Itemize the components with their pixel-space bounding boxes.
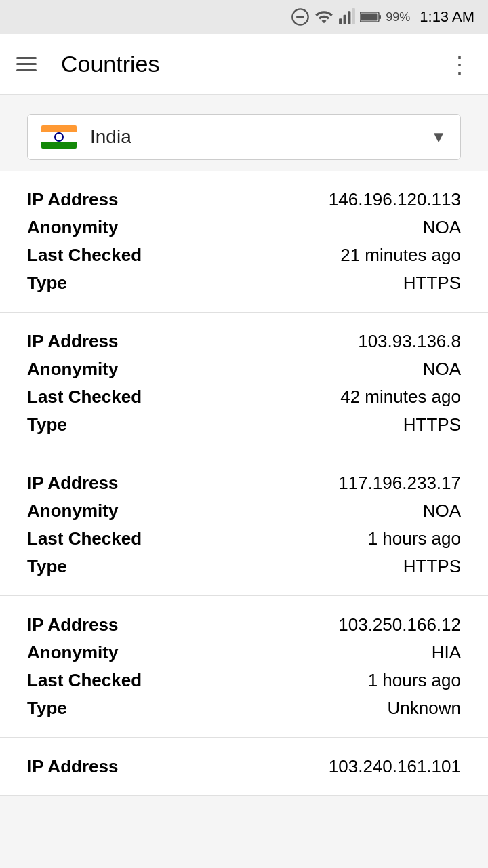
checked-label: Last Checked	[27, 670, 142, 691]
overflow-menu-icon[interactable]: ⋮	[448, 53, 472, 76]
checked-label: Last Checked	[27, 245, 142, 266]
proxy-type-row: Type HTTPS	[27, 411, 461, 439]
svg-rect-4	[348, 11, 350, 24]
anon-value: NOA	[423, 359, 461, 380]
checked-label: Last Checked	[27, 387, 142, 408]
type-value: HTTPS	[403, 273, 461, 294]
anon-value: NOA	[423, 500, 461, 521]
proxy-ip-row: IP Address 146.196.120.113	[27, 186, 461, 214]
proxy-anon-row: Anonymity HIA	[27, 639, 461, 667]
type-label: Type	[27, 273, 67, 294]
ip-label: IP Address	[27, 189, 118, 210]
proxy-item[interactable]: IP Address 103.240.161.101	[0, 738, 488, 796]
proxy-ip-row: IP Address 117.196.233.17	[27, 469, 461, 497]
proxy-type-row: Type HTTPS	[27, 553, 461, 580]
proxy-ip-row: IP Address 103.240.161.101	[27, 753, 461, 781]
ip-value: 103.93.136.8	[358, 331, 461, 352]
dropdown-arrow-icon: ▼	[430, 127, 447, 146]
svg-rect-2	[339, 18, 342, 24]
proxy-ip-row: IP Address 103.93.136.8	[27, 328, 461, 355]
proxy-list: IP Address 146.196.120.113 Anonymity NOA…	[0, 171, 488, 823]
ip-value: 146.196.120.113	[329, 189, 461, 210]
anon-label: Anonymity	[27, 217, 118, 238]
india-flag	[41, 125, 77, 149]
wifi-icon	[314, 7, 334, 26]
status-time: 1:13 AM	[420, 8, 474, 26]
status-icons: 99% 1:13 AM	[291, 7, 474, 26]
anon-label: Anonymity	[27, 500, 118, 521]
app-bar: Countries ⋮	[0, 34, 488, 95]
proxy-item[interactable]: IP Address 146.196.120.113 Anonymity NOA…	[0, 171, 488, 313]
type-value: HTTPS	[403, 556, 461, 577]
proxy-anon-row: Anonymity NOA	[27, 355, 461, 383]
proxy-checked-row: Last Checked 1 hours ago	[27, 525, 461, 553]
type-value: Unknown	[388, 698, 461, 719]
proxy-type-row: Type HTTPS	[27, 269, 461, 297]
checked-label: Last Checked	[27, 528, 142, 549]
anon-value: HIA	[432, 642, 461, 663]
type-label: Type	[27, 414, 67, 435]
checked-value: 21 minutes ago	[340, 245, 461, 266]
svg-rect-7	[379, 15, 381, 19]
country-dropdown[interactable]: India ▼	[27, 114, 461, 160]
checked-value: 1 hours ago	[368, 528, 461, 549]
ip-value: 103.250.166.12	[338, 614, 461, 635]
status-bar: 99% 1:13 AM	[0, 0, 488, 34]
proxy-anon-row: Anonymity NOA	[27, 497, 461, 525]
signal-icon	[338, 7, 356, 26]
svg-rect-8	[361, 14, 378, 21]
type-label: Type	[27, 556, 67, 577]
battery-percentage: 99%	[386, 10, 410, 24]
ip-label: IP Address	[27, 614, 118, 635]
proxy-checked-row: Last Checked 1 hours ago	[27, 667, 461, 694]
proxy-type-row: Type Unknown	[27, 694, 461, 722]
selected-country: India	[90, 126, 430, 148]
ip-label: IP Address	[27, 756, 118, 777]
dnd-icon	[291, 7, 310, 26]
anon-value: NOA	[423, 217, 461, 238]
proxy-anon-row: Anonymity NOA	[27, 214, 461, 241]
svg-rect-3	[344, 15, 346, 24]
anon-label: Anonymity	[27, 359, 118, 380]
proxy-checked-row: Last Checked 21 minutes ago	[27, 241, 461, 269]
ip-label: IP Address	[27, 331, 118, 352]
ip-value: 103.240.161.101	[329, 756, 461, 777]
anon-label: Anonymity	[27, 642, 118, 663]
checked-value: 1 hours ago	[368, 670, 461, 691]
svg-rect-5	[352, 8, 355, 24]
proxy-item[interactable]: IP Address 117.196.233.17 Anonymity NOA …	[0, 454, 488, 596]
proxy-checked-row: Last Checked 42 minutes ago	[27, 383, 461, 411]
battery-icon	[360, 9, 382, 24]
type-label: Type	[27, 698, 67, 719]
ip-label: IP Address	[27, 473, 118, 494]
proxy-ip-row: IP Address 103.250.166.12	[27, 611, 461, 639]
page-title: Countries	[61, 51, 448, 77]
proxy-item[interactable]: IP Address 103.93.136.8 Anonymity NOA La…	[0, 313, 488, 454]
hamburger-menu-icon[interactable]	[16, 57, 37, 71]
type-value: HTTPS	[403, 414, 461, 435]
ip-value: 117.196.233.17	[338, 473, 461, 494]
checked-value: 42 minutes ago	[340, 387, 461, 408]
proxy-item[interactable]: IP Address 103.250.166.12 Anonymity HIA …	[0, 596, 488, 738]
